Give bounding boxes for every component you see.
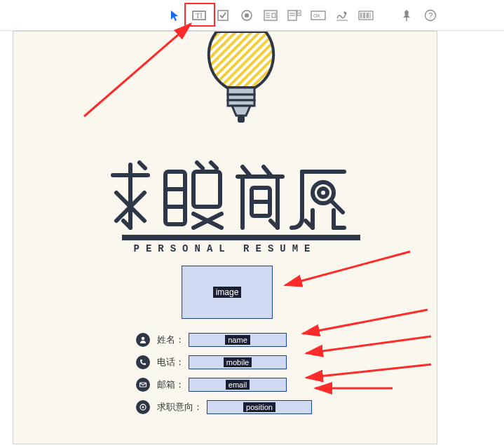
svg-rect-3 [218, 11, 228, 20]
svg-point-54 [319, 189, 327, 197]
row-position: 求职意向： position [136, 397, 360, 418]
row-mobile: 电话： mobile [136, 352, 360, 373]
document-page: PERSONAL RESUME image 姓名： name 电话： [13, 31, 437, 444]
svg-text:OK: OK [313, 13, 320, 18]
label-mobile: 电话： [157, 356, 184, 369]
svg-point-59 [142, 337, 145, 341]
row-email: 邮箱： email [136, 374, 360, 395]
barcode-icon[interactable] [357, 7, 374, 24]
svg-text:T: T [196, 12, 200, 20]
field-name[interactable]: name [189, 333, 287, 347]
person-icon [136, 333, 150, 347]
email-icon [136, 378, 150, 392]
svg-line-45 [197, 163, 203, 168]
radio-icon[interactable] [238, 7, 255, 24]
toolbar: T OK ? [0, 0, 504, 31]
pointer-icon[interactable] [167, 7, 184, 24]
svg-point-5 [245, 13, 249, 18]
svg-rect-10 [272, 13, 275, 18]
ok-button-icon[interactable]: OK [310, 7, 327, 24]
form-icon[interactable] [262, 7, 279, 24]
form-fields: 姓名： name 电话： mobile 邮箱： [136, 329, 360, 419]
help-icon[interactable]: ? [422, 7, 439, 24]
svg-rect-39 [165, 172, 185, 224]
label-name: 姓名： [157, 334, 184, 346]
svg-line-46 [211, 163, 217, 168]
dropdown-icon[interactable] [286, 7, 303, 24]
svg-rect-33 [238, 116, 245, 123]
phone-icon [136, 355, 150, 369]
row-name: 姓名： name [136, 329, 360, 350]
text-field-icon[interactable]: T [191, 7, 207, 24]
pin-icon[interactable] [398, 7, 415, 24]
image-placeholder-label: image [213, 287, 242, 298]
field-mobile[interactable]: mobile [189, 355, 287, 369]
resume-title [13, 154, 437, 241]
resume-subtitle: PERSONAL RESUME [13, 243, 437, 254]
title-underline [122, 235, 360, 240]
field-position[interactable]: position [207, 400, 312, 414]
signature-icon[interactable] [334, 7, 350, 24]
svg-point-62 [142, 406, 144, 409]
field-email[interactable]: email [189, 378, 287, 392]
checkbox-icon[interactable] [214, 7, 231, 24]
image-placeholder-field[interactable]: image [182, 266, 273, 319]
svg-text:?: ? [428, 11, 433, 20]
label-email: 邮箱： [157, 378, 184, 391]
svg-line-38 [139, 163, 145, 168]
label-position: 求职意向： [157, 401, 203, 413]
lightbulb-illustration [203, 32, 280, 130]
target-icon [136, 400, 150, 414]
canvas-area: PERSONAL RESUME image 姓名： name 电话： [0, 31, 504, 445]
svg-rect-42 [193, 172, 220, 207]
